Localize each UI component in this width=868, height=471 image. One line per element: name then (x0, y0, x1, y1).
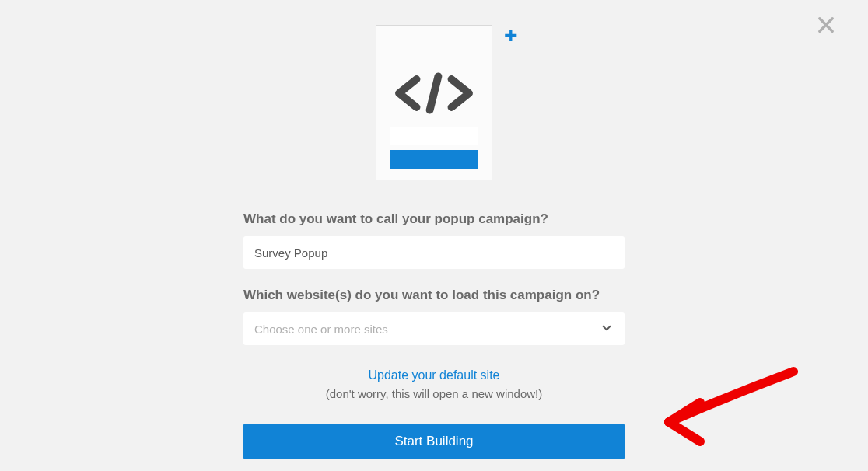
new-window-note: (don't worry, this will open a new windo… (243, 387, 625, 400)
website-select-placeholder: Choose one or more sites (254, 323, 388, 336)
website-label: Which website(s) do you want to load thi… (243, 288, 625, 303)
campaign-name-label: What do you want to call your popup camp… (243, 211, 625, 227)
default-site-link-row: Update your default site (243, 368, 625, 382)
start-building-button[interactable]: Start Building (243, 424, 625, 459)
template-preview-card (376, 25, 492, 180)
close-button[interactable] (815, 14, 837, 36)
campaign-name-input[interactable] (243, 236, 625, 269)
annotation-arrow (646, 364, 809, 460)
update-default-site-link[interactable]: Update your default site (369, 368, 500, 382)
preview-button-bar (390, 150, 478, 169)
close-icon (815, 14, 837, 36)
plus-icon: + (504, 23, 518, 47)
code-icon (392, 72, 476, 117)
preview-input-box (390, 127, 478, 145)
chevron-down-icon (600, 321, 614, 337)
website-select[interactable]: Choose one or more sites (243, 312, 625, 345)
form-wrapper: + What do you want to call your popup ca… (243, 0, 625, 459)
